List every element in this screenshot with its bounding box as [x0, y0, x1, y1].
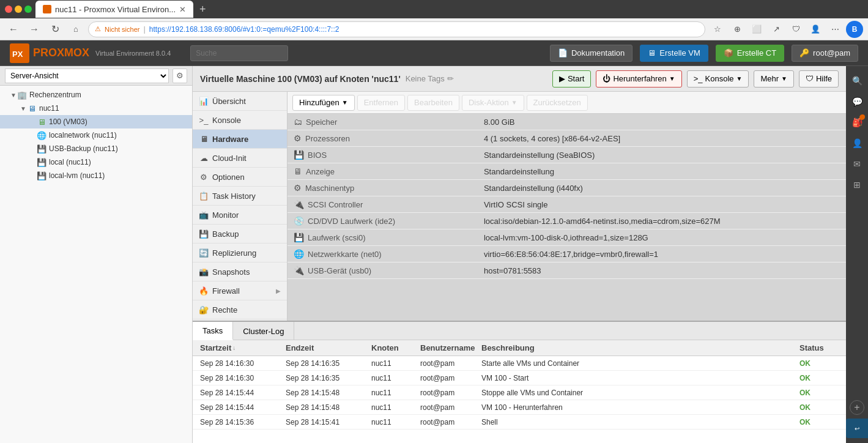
hw-table-row[interactable]: 💿 CD/DVD Laufwerk (ide2) local:iso/debia… — [287, 213, 846, 229]
more-btn[interactable]: Mehr ▼ — [754, 70, 794, 87]
new-tab-btn[interactable]: + — [199, 3, 206, 16]
rs-icon-person[interactable]: 👤 — [847, 133, 867, 153]
create-ct-btn[interactable]: 📦 Erstelle CT — [716, 45, 784, 62]
tree-item-local[interactable]: 💾 local (nuc11) — [0, 155, 192, 169]
edit-tags-icon[interactable]: ✏ — [447, 74, 454, 83]
nav-item-replication[interactable]: 🔄 Replizierung — [193, 244, 287, 262]
console-btn[interactable]: >_ Konsole ▼ — [687, 70, 749, 87]
nav-item-rights[interactable]: 🔐 Rechte — [193, 300, 287, 319]
task-row[interactable]: Sep 28 14:15:44 Sep 28 14:15:48 nuc11 ro… — [193, 385, 846, 400]
snapshots-icon: 📸 — [199, 267, 209, 277]
maximize-btn[interactable] — [24, 6, 32, 13]
right-sidebar: 🔍 💬 🎒 👤 ✉ ⊞ + ↩ — [846, 66, 868, 443]
hw-table-row[interactable]: 💾 Laufwerk (scsi0) local-lvm:vm-100-disk… — [287, 229, 846, 246]
tree-item-localnetwork[interactable]: 🌐 localnetwork (nuc11) — [0, 128, 192, 142]
task-cell-end: Sep 28 14:15:41 — [281, 418, 366, 426]
tags-area[interactable]: Keine Tags ✏ — [406, 74, 454, 83]
close-btn[interactable] — [5, 6, 12, 13]
tree-item-datacenter[interactable]: ▼ 🏢 Rechenzentrum — [0, 88, 192, 102]
back-btn[interactable]: ← — [5, 21, 22, 38]
rs-icon-add[interactable]: + — [850, 400, 864, 415]
nav-icon-tab[interactable]: ⬜ — [748, 21, 765, 38]
nav-item-cloudinit[interactable]: ☁ Cloud-Init — [193, 149, 287, 168]
rs-icon-feedback[interactable]: ↩ — [846, 419, 868, 438]
hw-table-row[interactable]: 🔌 USB-Gerät (usb0) host=0781:5583 — [287, 262, 846, 279]
hw-table-row[interactable]: ⚙ Maschinentyp Standardeinstellung (i440… — [287, 180, 846, 196]
edit-btn[interactable]: Bearbeiten — [407, 95, 459, 111]
inner-layout: 📊 Übersicht >_ Konsole 🖥 Hardware ☁ — [193, 92, 846, 443]
nav-item-console[interactable]: >_ Konsole — [193, 111, 287, 130]
nav-item-backup[interactable]: 💾 Backup — [193, 225, 287, 244]
nav-icon-share[interactable]: ↗ — [768, 21, 785, 38]
nav-label-snapshots: Snapshots — [212, 267, 250, 277]
task-cell-start: Sep 28 14:15:44 — [195, 403, 281, 412]
search-input[interactable] — [190, 45, 288, 61]
bing-btn[interactable]: B — [846, 21, 863, 38]
tab-close-icon[interactable]: ✕ — [179, 5, 186, 14]
hw-table-row[interactable]: ⚙ Prozessoren 4 (1 sockets, 4 cores) [x8… — [287, 130, 846, 147]
task-row[interactable]: Sep 28 14:15:36 Sep 28 14:15:41 nuc11 ro… — [193, 415, 846, 430]
nav-icon-shield[interactable]: 🛡 — [787, 21, 804, 38]
nav-item-taskhistory[interactable]: 📋 Task History — [193, 187, 287, 206]
hw-table-row[interactable]: 🖥 Anzeige Standardeinstellung — [287, 163, 846, 180]
address-bar[interactable]: ⚠ Nicht sicher | https://192.168.138.69:… — [88, 21, 705, 37]
tree-item-vm100[interactable]: 🖥 100 (VM03) — [0, 115, 192, 128]
create-vm-btn[interactable]: 🖥 Erstelle VM — [640, 45, 708, 62]
remove-btn[interactable]: Entfernen — [357, 95, 405, 111]
shutdown-btn[interactable]: ⏻ Herunterfahren ▼ — [596, 70, 681, 87]
rs-icon-search[interactable]: 🔍 — [847, 71, 867, 91]
nav-item-hardware[interactable]: 🖥 Hardware — [193, 130, 287, 149]
nav-item-firewall[interactable]: 🔥 Firewall ▶ — [193, 281, 287, 300]
hw-value: 8.00 GiB — [478, 114, 846, 130]
nav-icon-bookmark[interactable]: ⊕ — [729, 21, 746, 38]
task-row[interactable]: Sep 28 14:16:30 Sep 28 14:16:35 nuc11 ro… — [193, 356, 846, 371]
start-btn[interactable]: ▶ Start — [552, 70, 591, 87]
tab-tasks[interactable]: Tasks — [193, 322, 233, 340]
docs-btn[interactable]: 📄 Dokumentation — [550, 45, 632, 62]
nav-item-snapshots[interactable]: 📸 Snapshots — [193, 262, 287, 281]
nav-item-overview[interactable]: 📊 Übersicht — [193, 92, 287, 111]
hw-table-row[interactable]: 💾 BIOS Standardeinstellung (SeaBIOS) — [287, 147, 846, 163]
rs-icon-mail[interactable]: ✉ — [847, 154, 867, 174]
task-cell-start: Sep 28 14:16:30 — [195, 374, 281, 382]
task-row[interactable]: Sep 28 14:16:30 Sep 28 14:16:35 nuc11 ro… — [193, 371, 846, 385]
task-row[interactable]: Sep 28 14:15:44 Sep 28 14:15:48 nuc11 ro… — [193, 400, 846, 415]
tree-item-usbbackup[interactable]: 💾 USB-Backup (nuc11) — [0, 142, 192, 155]
view-select[interactable]: Server-Ansicht — [5, 69, 169, 83]
gear-icon[interactable]: ⚙ — [172, 69, 187, 83]
rs-icon-grid[interactable]: ⊞ — [847, 175, 867, 195]
nav-item-monitor[interactable]: 📺 Monitor — [193, 206, 287, 225]
hw-table-row[interactable]: 🗂 Speicher 8.00 GiB — [287, 114, 846, 130]
nav-icon-settings[interactable]: ⋯ — [826, 21, 844, 38]
rs-icon-chat[interactable]: 💬 — [847, 92, 867, 111]
pve-logo: PX PROXMOX Virtual Environment 8.0.4 — [10, 43, 171, 63]
rs-icon-briefcase[interactable]: 🎒 — [847, 113, 867, 132]
hw-value: 4 (1 sockets, 4 cores) [x86-64-v2-AES] — [478, 130, 846, 147]
nav-item-options[interactable]: ⚙ Optionen — [193, 168, 287, 187]
tab-clusterlog[interactable]: Cluster-Log — [233, 322, 294, 340]
user-btn[interactable]: 🔑 root@pam — [792, 45, 858, 62]
tree-label-local: local (nuc11) — [49, 158, 91, 166]
hw-table-row[interactable]: 🌐 Netzwerkkarte (net0) virtio=66:E8:56:0… — [287, 246, 846, 262]
reset-btn[interactable]: Zurücksetzen — [527, 95, 588, 111]
home-btn[interactable]: ⌂ — [67, 21, 84, 38]
tree-item-nuc11[interactable]: ▼ 🖥 nuc11 — [0, 102, 192, 115]
task-cell-desc: Stoppe alle VMs und Container — [477, 389, 795, 397]
nav-icon-star[interactable]: ☆ — [709, 21, 726, 38]
nav-label-backup: Backup — [212, 229, 239, 239]
help-btn[interactable]: 🛡 Hilfe — [799, 70, 839, 87]
nav-icon-profile[interactable]: 👤 — [807, 21, 824, 38]
pve-subtitle: Virtual Environment 8.0.4 — [95, 50, 171, 57]
disk-action-btn[interactable]: Disk-Aktion ▼ — [462, 95, 524, 111]
task-cell-start: Sep 28 14:15:44 — [195, 389, 281, 397]
hw-table-row[interactable]: 🔌 SCSI Controller VirtIO SCSI single — [287, 196, 846, 213]
hw-value: Standardeinstellung (i440fx) — [478, 180, 846, 196]
hw-name: Anzeige — [306, 167, 335, 176]
refresh-btn[interactable]: ↻ — [46, 21, 64, 38]
minimize-btn[interactable] — [15, 6, 22, 13]
forward-btn[interactable]: → — [26, 21, 43, 38]
tree-label-usbbackup: USB-Backup (nuc11) — [49, 144, 118, 153]
browser-tab[interactable]: nuc11 - Proxmox Virtual Environ... ✕ — [35, 1, 193, 18]
tree-item-locallvm[interactable]: 💾 local-lvm (nuc11) — [0, 169, 192, 182]
add-btn[interactable]: Hinzufügen ▼ — [292, 95, 355, 111]
